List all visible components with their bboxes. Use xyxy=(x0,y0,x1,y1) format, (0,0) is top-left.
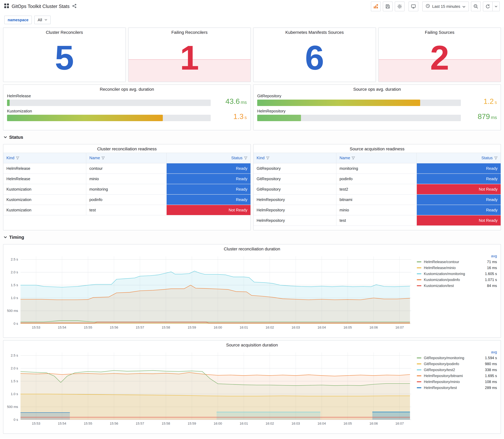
dashboards-grid-icon[interactable] xyxy=(4,3,9,9)
panel-title[interactable]: Failing Sources xyxy=(379,28,501,36)
filter-icon[interactable] xyxy=(244,156,247,160)
cell-status: Not Ready xyxy=(166,205,250,215)
legend-item[interactable]: HelmRepository/minio108 ms xyxy=(417,379,497,385)
zoom-out-button[interactable] xyxy=(471,1,481,11)
legend-series-color xyxy=(417,357,421,358)
dashboard-settings-button[interactable] xyxy=(395,1,405,11)
cell-name: minio xyxy=(336,205,417,215)
svg-text:500 ms: 500 ms xyxy=(7,309,18,313)
legend-series-color xyxy=(417,285,421,286)
svg-text:0 s: 0 s xyxy=(14,418,18,422)
column-header-name[interactable]: Name xyxy=(86,153,166,163)
refresh-interval-dropdown[interactable] xyxy=(493,1,500,11)
gauge-value: 879ms xyxy=(465,113,497,121)
svg-text:15:55: 15:55 xyxy=(84,422,92,425)
status-badge: Not Ready xyxy=(417,215,501,225)
legend-series-name: Kustomization/monitoring xyxy=(424,272,465,276)
legend-series-avg: 1.605 s xyxy=(485,272,497,276)
column-header-name[interactable]: Name xyxy=(336,153,417,163)
legend-series-name: Kustomization/test xyxy=(424,284,454,288)
top-nav: GitOps Toolkit Cluster Stats Last 15 min… xyxy=(0,0,504,13)
legend-series-color xyxy=(417,267,421,268)
panel-title[interactable]: Cluster reconciliation duration xyxy=(3,244,501,253)
legend-item[interactable]: GitRepository/podinfo980 ms xyxy=(417,361,497,367)
cell-status: Ready xyxy=(417,195,501,205)
share-icon[interactable] xyxy=(72,4,76,9)
panel-title[interactable]: Failing Reconcilers xyxy=(129,28,251,36)
filter-icon[interactable] xyxy=(266,156,270,160)
svg-text:16:06: 16:06 xyxy=(369,326,378,329)
table-row: HelmRepositorybitnamiReady xyxy=(254,195,501,205)
gauge-value: 43.6ms xyxy=(215,98,247,106)
legend-item[interactable]: GitRepository/monitoring1.594 s xyxy=(417,355,497,361)
svg-text:16:02: 16:02 xyxy=(266,422,274,425)
cell-name: monitoring xyxy=(86,184,166,195)
legend-series-avg: 16 ms xyxy=(487,266,497,270)
panel-title[interactable]: Source ops avg. duration xyxy=(254,85,501,93)
svg-text:15:58: 15:58 xyxy=(162,422,170,425)
legend-item[interactable]: Kustomization/test84 ms xyxy=(417,283,497,289)
time-series-plot[interactable]: 15:5315:5415:5515:5615:5715:5815:5916:00… xyxy=(4,349,414,427)
svg-text:1.5 s: 1.5 s xyxy=(11,379,18,383)
svg-text:2.5 s: 2.5 s xyxy=(11,257,18,261)
section-status[interactable]: Status xyxy=(3,133,501,142)
time-series-canvas[interactable]: 15:5315:5415:5515:5615:5715:5815:5916:00… xyxy=(4,253,414,331)
add-panel-button[interactable] xyxy=(371,1,381,11)
legend-series-avg: 1.695 s xyxy=(485,374,497,378)
cycle-view-mode-button[interactable] xyxy=(408,1,418,11)
legend-series-color xyxy=(417,381,421,382)
panel-title[interactable]: Source acquisition duration xyxy=(3,341,501,349)
panel-source-ops-duration: Source ops avg. duration GitRepository 1… xyxy=(253,85,501,130)
filter-icon[interactable] xyxy=(16,156,19,160)
cell-status: Ready xyxy=(166,174,250,184)
legend-item[interactable]: Kustomization/podinfo1.071 s xyxy=(417,277,497,283)
svg-text:16:00: 16:00 xyxy=(214,326,222,329)
legend-item[interactable]: HelmRepository/test289 ms xyxy=(417,385,497,391)
stat-value: 5 xyxy=(3,36,125,82)
time-series-canvas[interactable]: 15:5315:5415:5515:5615:5715:5815:5916:00… xyxy=(4,349,414,427)
gauge-label: Kustomization xyxy=(7,109,211,113)
column-header-kind[interactable]: Kind xyxy=(254,153,336,163)
filter-icon[interactable] xyxy=(494,156,498,160)
time-range-label: Last 15 minutes xyxy=(432,4,460,9)
panel-title[interactable]: Cluster reconciliation readiness xyxy=(3,144,250,153)
column-header-status[interactable]: Status xyxy=(417,153,501,163)
refresh-button-group xyxy=(483,1,500,11)
status-badge: Not Ready xyxy=(167,205,250,215)
cell-name: test2 xyxy=(336,184,417,195)
legend-item[interactable]: Kustomization/monitoring1.605 s xyxy=(417,271,497,277)
panel-title[interactable]: Cluster Reconcilers xyxy=(3,28,125,36)
cell-kind: HelmRepository xyxy=(254,195,336,205)
variable-value-dropdown[interactable]: All xyxy=(34,16,51,24)
column-header-status[interactable]: Status xyxy=(166,153,250,163)
panel-title[interactable]: Source acquisition readiness xyxy=(254,144,501,153)
gauge-bar-track xyxy=(7,115,211,121)
save-dashboard-button[interactable] xyxy=(383,1,393,11)
dashboard-title[interactable]: GitOps Toolkit Cluster Stats xyxy=(12,4,70,9)
time-series-plot[interactable]: 15:5315:5415:5515:5615:5715:5815:5916:00… xyxy=(4,253,414,331)
svg-text:0 s: 0 s xyxy=(14,322,18,326)
legend-item[interactable]: GitRepository/test2338 ms xyxy=(417,367,497,373)
cell-status: Ready xyxy=(166,195,250,205)
table-row: KustomizationpodinfoReady xyxy=(3,195,250,205)
panel-title[interactable]: Reconciler ops avg. duration xyxy=(3,85,250,93)
svg-text:16:07: 16:07 xyxy=(395,326,404,329)
gauge-bar-track xyxy=(7,99,211,106)
time-range-picker[interactable]: Last 15 minutes xyxy=(422,1,469,11)
legend-item[interactable]: HelmRelease/minio16 ms xyxy=(417,265,497,271)
legend-item[interactable]: HelmRepository/bitnami1.695 s xyxy=(417,373,497,379)
refresh-icon[interactable] xyxy=(483,1,493,11)
legend-series-avg: 980 ms xyxy=(485,362,497,366)
stat-value: 6 xyxy=(254,36,376,82)
column-header-kind[interactable]: Kind xyxy=(3,153,86,163)
cell-kind: HelmRepository xyxy=(254,205,336,215)
gauge-bar-fill xyxy=(7,115,163,121)
section-timing[interactable]: Timing xyxy=(3,233,501,242)
panel-title[interactable]: Kubernetes Manifests Sources xyxy=(254,28,376,36)
cell-status: Not Ready xyxy=(417,184,501,195)
legend-series-name: GitRepository/monitoring xyxy=(424,356,464,360)
svg-text:15:59: 15:59 xyxy=(188,326,196,329)
filter-icon[interactable] xyxy=(352,156,355,160)
legend-item[interactable]: HelmRelease/contour71 ms xyxy=(417,259,497,265)
filter-icon[interactable] xyxy=(101,156,105,160)
